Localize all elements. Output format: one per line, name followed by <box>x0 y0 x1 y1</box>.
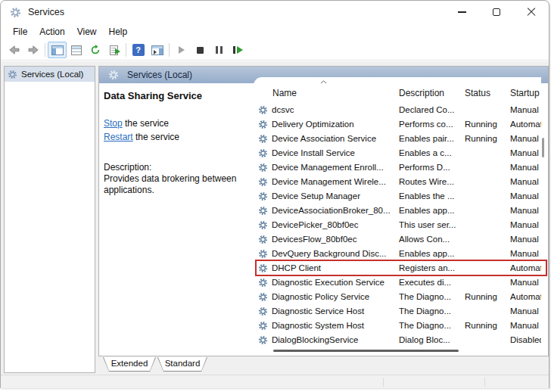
service-description-cell: Enables a c... <box>399 148 463 157</box>
status-bar-divider <box>383 378 384 387</box>
toolbar-separator <box>45 43 45 57</box>
menu-file[interactable]: File <box>7 25 33 39</box>
vertical-scrollbar-thumb[interactable] <box>542 138 544 157</box>
service-gear-icon <box>258 191 268 201</box>
tab-extended[interactable]: Extended <box>103 357 156 372</box>
tab-standard-label: Standard <box>158 357 207 371</box>
service-description-cell: Dialog Bloc... <box>399 335 463 344</box>
service-row[interactable]: dcsvc Declared Co... Manual <box>254 103 541 117</box>
column-header-status[interactable]: Status <box>465 88 509 98</box>
back-button[interactable] <box>5 42 23 58</box>
service-row[interactable]: DevicePicker_80bf0ec This user ser... Ma… <box>254 218 541 232</box>
restart-service-button[interactable] <box>229 42 247 58</box>
tab-standard[interactable]: Standard <box>157 357 207 372</box>
stop-service-button[interactable] <box>191 42 210 58</box>
tree-item-services-local[interactable]: Services (Local) <box>5 67 95 82</box>
service-row[interactable]: Device Management Enroll... Performs D..… <box>254 160 541 175</box>
service-description-cell: Enables app... <box>399 206 463 215</box>
menu-help[interactable]: Help <box>103 25 134 39</box>
service-row[interactable]: Device Management Wirele... Routes Wire.… <box>254 175 541 189</box>
close-button[interactable] <box>514 1 549 23</box>
services-app-icon <box>10 7 21 18</box>
service-startup-type: Manual <box>510 278 541 287</box>
service-row[interactable]: Diagnostic Service Host The Diagno... Ma… <box>254 304 541 319</box>
export-list-icon <box>110 45 118 55</box>
services-node-icon <box>8 70 17 79</box>
window-title: Services <box>28 7 64 17</box>
properties-button[interactable] <box>67 42 86 58</box>
close-icon <box>527 8 536 17</box>
service-row[interactable]: DevQuery Background Disc... Enables app.… <box>254 247 541 261</box>
service-description-cell: Registers an... <box>399 263 463 272</box>
menu-action[interactable]: Action <box>33 25 70 39</box>
minimize-button[interactable] <box>444 1 479 23</box>
minimize-icon <box>458 11 466 12</box>
service-description-cell: Declared Co... <box>399 105 463 114</box>
service-description-cell: Enables app... <box>399 249 463 258</box>
service-startup-type: Manual <box>510 249 541 258</box>
column-header-name[interactable]: Name <box>272 88 397 98</box>
service-name: DialogBlockingService <box>272 335 397 344</box>
service-row[interactable]: DevicesFlow_80bf0ec Allows Con... Manual <box>254 232 541 247</box>
service-name: Diagnostic Execution Service <box>272 278 397 287</box>
description-text: Provides data brokering between applicat… <box>104 173 244 196</box>
stop-icon <box>197 47 204 54</box>
service-row[interactable]: Device Setup Manager Enables the ... Man… <box>254 189 541 204</box>
service-startup-type: Manual <box>510 321 541 330</box>
service-startup-type: Manual <box>510 148 541 157</box>
export-list-button[interactable] <box>104 42 123 58</box>
service-row[interactable]: Device Association Service Enables pair.… <box>254 132 541 146</box>
help-button[interactable]: ? <box>129 42 148 58</box>
tree-item-label: Services (Local) <box>21 70 83 79</box>
service-row[interactable]: Device Install Service Enables a c... Ma… <box>254 146 541 160</box>
service-gear-icon <box>258 335 268 345</box>
view-tabstrip: Extended Standard <box>98 356 549 375</box>
service-description-cell: Performs D... <box>399 163 463 172</box>
service-row[interactable]: Delivery Optimization Performs co... Run… <box>254 117 541 132</box>
service-name: Delivery Optimization <box>272 120 397 129</box>
service-name: DevicePicker_80bf0ec <box>272 220 397 229</box>
menu-view[interactable]: View <box>71 25 103 39</box>
maximize-button[interactable] <box>479 1 514 23</box>
status-bar-divider <box>484 378 485 387</box>
service-startup-type: Manual <box>510 306 541 316</box>
start-service-button[interactable] <box>172 42 191 58</box>
menu-bar: File Action View Help <box>1 23 549 40</box>
help-icon: ? <box>132 44 145 56</box>
service-startup-type: Automatic <box>510 292 541 301</box>
service-gear-icon <box>258 120 268 129</box>
extended-detail-panel: Data Sharing Service Stop the service Re… <box>99 83 254 356</box>
service-description-cell: The Diagno... <box>399 306 463 316</box>
horizontal-scrollbar-thumb[interactable] <box>273 350 459 352</box>
service-action-links: Stop the service Restart the service <box>104 117 249 144</box>
stop-link-suffix: the service <box>123 118 169 129</box>
service-description-cell: Performs co... <box>399 120 463 129</box>
service-startup-type: Manual <box>510 235 541 244</box>
service-row[interactable]: Diagnostic Execution Service Executes di… <box>254 275 541 290</box>
service-gear-icon <box>258 163 268 173</box>
column-header-description[interactable]: Description <box>399 88 463 98</box>
service-status: Running <box>465 292 509 301</box>
title-bar: Services <box>1 1 549 23</box>
service-name: DevicesFlow_80bf0ec <box>272 235 397 244</box>
service-row[interactable]: Diagnostic System Host The Diagno... Run… <box>254 319 541 333</box>
service-status: Running <box>465 134 509 143</box>
service-row[interactable]: DialogBlockingService Dialog Bloc... Dis… <box>254 333 541 347</box>
forward-button[interactable] <box>23 42 42 58</box>
column-header-startup-type[interactable]: Startup Type <box>510 88 541 98</box>
service-row[interactable]: DeviceAssociationBroker_80... Enables ap… <box>254 204 541 218</box>
pause-service-button[interactable] <box>210 42 229 58</box>
restart-service-link[interactable]: Restart <box>104 132 133 142</box>
service-description-cell: This user ser... <box>399 220 463 229</box>
stop-service-link[interactable]: Stop <box>104 118 123 129</box>
service-gear-icon <box>258 235 268 244</box>
show-action-pane-button[interactable] <box>148 42 167 58</box>
console-tree-pane: Services (Local) <box>4 66 95 373</box>
forward-arrow-icon <box>28 45 39 54</box>
refresh-button[interactable] <box>86 42 104 58</box>
service-startup-type: Manual <box>510 220 541 229</box>
toolbar-separator <box>169 43 170 57</box>
service-row[interactable]: Diagnostic Policy Service The Diagno... … <box>254 290 541 304</box>
show-console-tree-button[interactable] <box>48 42 67 58</box>
service-row[interactable]: DHCP Client Registers an... Automatic <box>254 261 541 275</box>
